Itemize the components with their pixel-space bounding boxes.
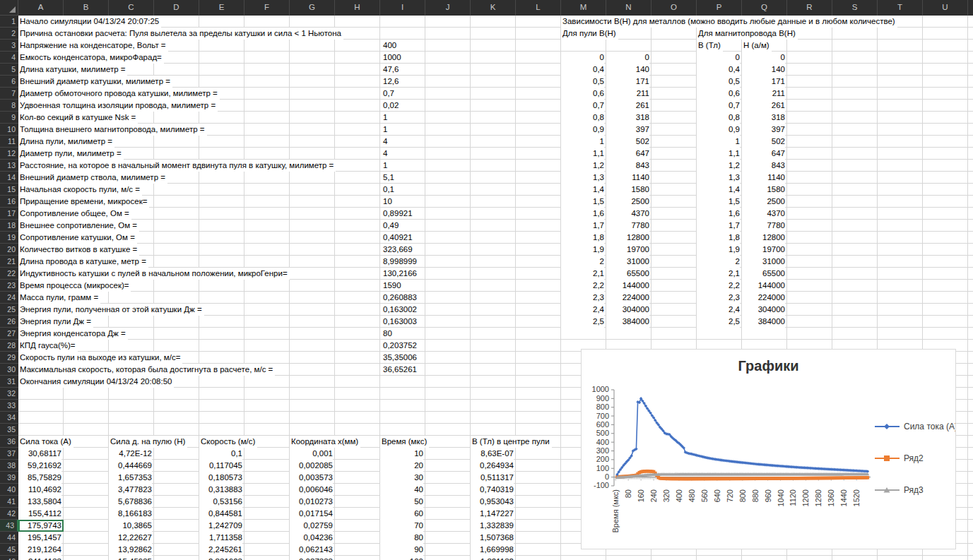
column-header-C[interactable]: C [109,0,154,16]
bh-mag-h-r24[interactable]: 224000 [742,292,785,304]
bh-left-table-label[interactable]: Для пули В(Н) [561,28,618,40]
bh-pula-b-r15[interactable]: 1,4 [561,184,604,196]
column-header-H[interactable]: H [335,0,380,16]
results-cell-r38-c1[interactable]: 0,444669 [109,460,152,472]
row-header-2[interactable]: 2 [0,28,18,40]
column-header-L[interactable]: L [516,0,561,16]
chart-title[interactable]: Графики [582,358,955,374]
row-header-10[interactable]: 10 [0,124,18,136]
bh-pula-h-r7[interactable]: 211 [606,88,649,100]
bh-mag-b-r14[interactable]: 1,3 [697,172,740,184]
bh-pula-b-r9[interactable]: 0,8 [561,112,604,124]
bh-pula-h-r17[interactable]: 4370 [606,208,649,220]
results-cell-r39-c3[interactable]: 0,003573 [290,472,333,484]
param-label-r14[interactable]: Внешний диаметр ствола, милиметр = [18,172,167,184]
bh-mag-b-r22[interactable]: 2,1 [697,268,740,280]
results-header-4[interactable]: Время (мкс) [380,436,429,448]
param-value-r25[interactable]: 0,163002 [382,304,425,316]
row-header-5[interactable]: 5 [0,64,18,76]
results-cell-r37-c3[interactable]: 0,001 [290,448,333,460]
bh-pula-b-r13[interactable]: 1,2 [561,160,604,172]
bh-mag-b-r26[interactable]: 2,5 [697,316,740,328]
bh-right-table-label[interactable]: Для магнитопровода В(Н) [697,28,798,40]
results-cell-r38-c4[interactable]: 20 [380,460,423,472]
param-label-r18[interactable]: Внешнее сопротивление, Ом = [18,220,139,232]
param-value-r5[interactable]: 47,6 [382,64,425,76]
legend-label-3[interactable]: Ряд3 [904,485,924,495]
results-cell-r42-c4[interactable]: 60 [380,508,423,520]
bh-pula-h-r20[interactable]: 19700 [606,244,649,256]
param-label-r28[interactable]: КПД гауса(%)= [18,340,78,352]
param-value-r4[interactable]: 1000 [382,52,425,64]
results-cell-r41-c2[interactable]: 0,53156 [199,496,242,508]
bh-pula-b-r4[interactable]: 0 [561,52,604,64]
bh-mag-b-r5[interactable]: 0,4 [697,64,740,76]
bh-pula-h-r21[interactable]: 31000 [606,256,649,268]
legend-label-1[interactable]: Сила тока (А) [904,422,955,431]
row-header-40[interactable]: 40 [0,484,18,496]
results-cell-r43-c5[interactable]: 1,332839 [471,520,514,532]
bh-pula-b-r6[interactable]: 0,5 [561,76,604,88]
bh-mag-h-r23[interactable]: 144000 [742,280,785,292]
param-label-r21[interactable]: Длина провода в катушке, метр = [18,256,148,268]
bh-mag-h-r25[interactable]: 304000 [742,304,785,316]
row-header-20[interactable]: 20 [0,244,18,256]
row-header-41[interactable]: 41 [0,496,18,508]
row-header-12[interactable]: 12 [0,148,18,160]
bh-mag-b-r15[interactable]: 1,4 [697,184,740,196]
results-cell-r44-c5[interactable]: 1,507368 [471,532,514,544]
row-header-11[interactable]: 11 [0,136,18,148]
column-header-O[interactable]: O [651,0,697,16]
bh-mag-h-r18[interactable]: 7780 [742,220,785,232]
bh-pula-b-r20[interactable]: 1,9 [561,244,604,256]
row-header-15[interactable]: 15 [0,184,18,196]
row-header-35[interactable]: 35 [0,424,18,436]
results-cell-r45-c1[interactable]: 13,92862 [109,544,152,556]
bh-pula-h-r13[interactable]: 843 [606,160,649,172]
row-header-9[interactable]: 9 [0,112,18,124]
bh-pula-h-r22[interactable]: 65500 [606,268,649,280]
column-header-J[interactable]: J [425,0,471,16]
bh-pula-h-r8[interactable]: 261 [606,100,649,112]
bh-pula-b-r8[interactable]: 0,7 [561,100,604,112]
results-cell-r38-c5[interactable]: 0,264934 [471,460,514,472]
results-cell-r37-c5[interactable]: 8,63E-07 [471,448,514,460]
results-cell-r42-c0[interactable]: 155,4112 [18,508,61,520]
row-header-17[interactable]: 17 [0,208,18,220]
column-header-Q[interactable]: Q [742,0,787,16]
results-cell-r40-c2[interactable]: 0,313883 [199,484,242,496]
bh-mag-h-r12[interactable]: 647 [742,148,785,160]
bh-mag-b-r24[interactable]: 2,3 [697,292,740,304]
bh-col-h-header[interactable]: Н (а/м) [742,40,772,52]
bh-mag-b-r10[interactable]: 0,9 [697,124,740,136]
bh-pula-h-r23[interactable]: 144000 [606,280,649,292]
param-label-r19[interactable]: Сопротивление катушки, Ом = [18,232,137,244]
bh-pula-h-r24[interactable]: 224000 [606,292,649,304]
results-cell-r45-c4[interactable]: 90 [380,544,423,556]
results-cell-r38-c3[interactable]: 0,002085 [290,460,333,472]
row-header-43[interactable]: 43 [0,520,18,532]
column-header-G[interactable]: G [290,0,335,16]
bh-pula-h-r15[interactable]: 1580 [606,184,649,196]
bh-pula-b-r23[interactable]: 2,2 [561,280,604,292]
bh-mag-b-r17[interactable]: 1,6 [697,208,740,220]
results-cell-r44-c2[interactable]: 1,711358 [199,532,242,544]
row-header-24[interactable]: 24 [0,292,18,304]
bh-pula-h-r26[interactable]: 384000 [606,316,649,328]
bh-mag-b-r9[interactable]: 0,8 [697,112,740,124]
bh-mag-h-r4[interactable]: 0 [742,52,785,64]
param-value-r28[interactable]: 0,203752 [382,340,425,352]
bh-mag-h-r6[interactable]: 171 [742,76,785,88]
results-cell-r46-c0[interactable]: 241,1133 [18,556,61,560]
bh-pula-b-r10[interactable]: 0,9 [561,124,604,136]
row-header-36[interactable]: 36 [0,436,18,448]
bh-pula-b-r26[interactable]: 2,5 [561,316,604,328]
bh-mag-b-r19[interactable]: 1,8 [697,232,740,244]
results-cell-r46-c5[interactable]: 1,821132 [471,556,514,560]
results-cell-r45-c5[interactable]: 1,669998 [471,544,514,556]
param-label-r3[interactable]: Напряжение на конденсаторе, Вольт = [18,40,168,52]
row-header-22[interactable]: 22 [0,268,18,280]
bh-mag-h-r16[interactable]: 2500 [742,196,785,208]
param-label-r22[interactable]: Индуктивность катушки с пулей в начально… [18,268,290,280]
results-cell-r39-c5[interactable]: 0,511317 [471,472,514,484]
